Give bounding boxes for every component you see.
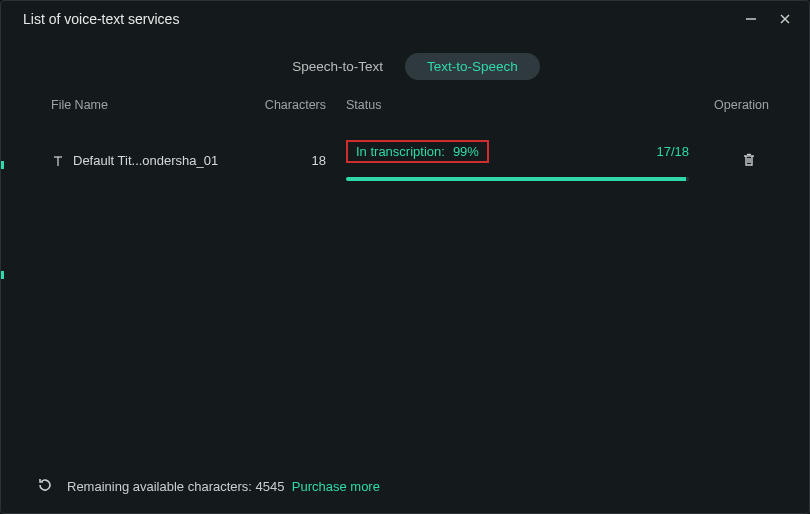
file-name-text: Default Tit...ondersha_01 [73,153,218,168]
operation-cell [689,152,759,170]
status-text-row: In transcription: 99% 17/18 [346,140,689,163]
status-percent: 99% [453,144,479,159]
window-controls [743,11,793,27]
header-operation: Operation [699,98,769,112]
tab-group: Speech-to-Text Text-to-Speech [270,53,540,80]
remaining-prefix: Remaining available characters: [67,479,256,494]
rows-container: Default Tit...ondersha_01 18 In transcri… [1,122,809,465]
remaining-characters: Remaining available characters: 4545 Pur… [67,479,380,494]
header-file-name: File Name [51,98,256,112]
trash-icon [741,152,757,168]
voice-text-services-dialog: List of voice-text services Speech-to-Te… [0,0,810,514]
progress-bar [346,177,686,181]
refresh-icon [37,477,53,493]
minimize-icon [744,12,758,26]
characters-cell: 18 [256,153,346,168]
progress-track [346,177,689,181]
delete-button[interactable] [741,152,759,170]
column-headers: File Name Characters Status Operation [1,80,809,122]
purchase-more-link[interactable]: Purchase more [292,479,380,494]
window-title: List of voice-text services [23,11,179,27]
status-label: In transcription: [356,144,445,159]
refresh-button[interactable] [37,477,55,495]
close-button[interactable] [777,11,793,27]
close-icon [778,12,792,26]
status-highlight-box: In transcription: 99% [346,140,489,163]
tab-text-to-speech[interactable]: Text-to-Speech [405,53,540,80]
remaining-value: 4545 [256,479,285,494]
file-cell: Default Tit...ondersha_01 [51,153,256,168]
header-status: Status [346,98,699,112]
tab-bar: Speech-to-Text Text-to-Speech [1,53,809,80]
tab-speech-to-text[interactable]: Speech-to-Text [270,53,405,80]
minimize-button[interactable] [743,11,759,27]
titlebar: List of voice-text services [1,1,809,33]
footer: Remaining available characters: 4545 Pur… [1,465,809,513]
status-cell: In transcription: 99% 17/18 [346,140,689,181]
table-row: Default Tit...ondersha_01 18 In transcri… [41,122,769,191]
progress-ratio: 17/18 [656,144,689,159]
text-file-icon [51,154,65,168]
header-characters: Characters [256,98,346,112]
